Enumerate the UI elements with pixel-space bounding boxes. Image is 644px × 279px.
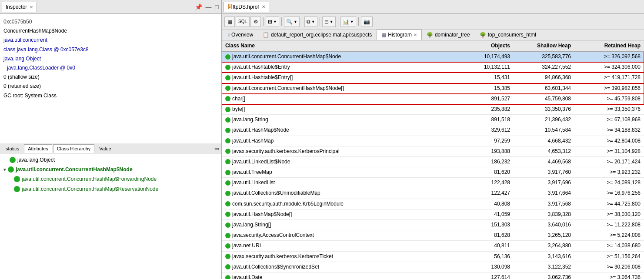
class-dot — [225, 86, 230, 91]
class-cell: byte[] — [222, 104, 453, 114]
table-row[interactable]: java.util.Collections$SynchronizedSet130… — [222, 262, 644, 272]
shallow-heap-cell: 3,265,120 — [514, 230, 574, 240]
table-row[interactable]: java.util.Hashtable$Entry10,132,111324,2… — [222, 62, 644, 73]
tab-default-report[interactable]: 📋 default_report_org.eclipse.mat.api:sus… — [258, 30, 377, 40]
toolbar-camera-btn[interactable]: 📷 — [361, 17, 373, 27]
class-name-cell: java.lang.String — [232, 116, 268, 124]
table-row[interactable]: java.util.Date127,6143,062,736>= 3,064,7… — [222, 272, 644, 279]
tab-attributes[interactable]: Attributes — [24, 144, 52, 153]
tab-histogram[interactable]: ▦ Histogram ✕ — [377, 30, 422, 40]
table-row[interactable]: java.lang.String[]151,3033,640,016>= 11,… — [222, 220, 644, 230]
objects-cell: 122,427 — [453, 188, 514, 198]
table-row[interactable]: byte[]235,88233,350,376>= 33,350,376 — [222, 104, 644, 115]
retained-heap-cell: >= 31,104,928 — [574, 146, 644, 156]
inspector-tab[interactable]: Inspector ✕ — [2, 2, 37, 12]
class-dot — [225, 138, 230, 143]
search-icon: 🔍 — [286, 19, 293, 25]
table-row[interactable]: javax.security.auth.kerberos.KerberosPri… — [222, 146, 644, 157]
tab-class-hierarchy[interactable]: Class Hierarchy — [53, 144, 95, 153]
class-name-cell: java.util.Date — [232, 273, 262, 279]
class-cell: java.util.Hashtable$Entry[] — [222, 73, 453, 83]
main-file-icon: 🗄 — [227, 4, 233, 10]
toolbar-export-dropdown[interactable]: ⊞ ▼ — [266, 17, 279, 27]
class-dot — [225, 212, 230, 217]
bottom-tabs-row: statics Attributes Class Hierarchy Value… — [0, 143, 221, 153]
main-file-close[interactable]: ✕ — [262, 4, 265, 9]
table-row[interactable]: char[]891,52745,759,808>= 45,759,808 — [222, 94, 644, 104]
class-dot — [225, 54, 230, 60]
shallow-heap-cell: 3,917,664 — [514, 188, 574, 198]
inspector-tab-close[interactable]: ✕ — [30, 5, 33, 10]
toolbar-table-dropdown[interactable]: ⊟ ▼ — [322, 17, 336, 27]
objects-cell: 15,431 — [453, 73, 514, 83]
tab-statics[interactable]: statics — [2, 144, 23, 153]
table-row[interactable]: com.sun.security.auth.module.Krb5LoginMo… — [222, 199, 644, 209]
objects-cell: 186,232 — [453, 157, 514, 167]
toolbar-sql-btn[interactable]: SQL — [236, 17, 250, 27]
objects-cell: 130,098 — [453, 262, 514, 272]
main-file-tab[interactable]: 🗄 ftpDS.hprof ✕ — [224, 2, 269, 12]
minimize-icon[interactable]: — — [205, 3, 213, 11]
class-dot — [225, 275, 230, 279]
tree-item-reservation[interactable]: java.util.concurrent.ConcurrentHashMap$R… — [2, 184, 220, 194]
table-row[interactable]: java.util.LinkedList$Node186,2324,469,56… — [222, 157, 644, 167]
tab-overview[interactable]: i Overview — [224, 30, 258, 40]
copy-icon: ⧉ — [307, 19, 310, 25]
table-row[interactable]: java.util.concurrent.ConcurrentHashMap$N… — [222, 83, 644, 94]
table-row[interactable]: java.net.URI40,8113,264,880>= 14,038,680 — [222, 241, 644, 251]
retained-heap-cell: >= 3,064,736 — [574, 272, 644, 279]
table-row[interactable]: java.util.HashMap$Node329,61210,547,584>… — [222, 125, 644, 136]
objects-cell: 15,385 — [453, 83, 514, 93]
table-icon: ⊟ — [324, 19, 329, 25]
class-dot — [225, 180, 230, 186]
toolbar-chart-dropdown[interactable]: 📊 ▼ — [340, 17, 356, 27]
class-cell: java.util.HashMap — [222, 136, 453, 146]
toolbar-search-dropdown[interactable]: 🔍 ▼ — [284, 17, 300, 27]
package-row[interactable]: java.util.concurrent — [2, 36, 220, 45]
histogram-close[interactable]: ✕ — [414, 33, 417, 37]
table-row[interactable]: java.util.concurrent.ConcurrentHashMap$N… — [222, 52, 644, 62]
maximize-icon[interactable]: □ — [214, 3, 220, 11]
class-dot — [225, 201, 230, 206]
tree-item-concurrenthashmap-node[interactable]: ▼ java.util.concurrent.ConcurrentHashMap… — [2, 165, 220, 174]
tab-dominator-tree[interactable]: 🌳 dominator_tree — [422, 30, 475, 40]
table-row[interactable]: java.util.Hashtable$Entry[]15,43194,866,… — [222, 73, 644, 83]
retained-heap-cell: >= 326,092,568 — [574, 52, 644, 62]
classloader-row[interactable]: java.lang.ClassLoader @ 0x0 — [2, 63, 220, 73]
toolbar-bar-chart-btn[interactable]: ▦ — [224, 17, 235, 27]
shallow-heap-cell: 3,264,880 — [514, 241, 574, 251]
tree-arrow-1[interactable]: ▼ — [3, 166, 7, 173]
objects-cell: 41,059 — [453, 209, 514, 219]
table-row[interactable]: javax.security.auth.kerberos.KerberosTic… — [222, 252, 644, 262]
table-row[interactable]: java.util.Collections$UnmodifiableMap122… — [222, 188, 644, 199]
table-row[interactable]: java.util.HashMap97,2594,668,432>= 42,80… — [222, 136, 644, 146]
toolbar-copy-dropdown[interactable]: ⧉ ▼ — [304, 17, 317, 27]
class-dot — [225, 65, 230, 70]
tree-item-object[interactable]: java.lang.Object — [2, 155, 220, 165]
tab-top-consumers[interactable]: 🌳 top_consumers_html — [475, 30, 541, 40]
class-cell: java.net.URI — [222, 241, 453, 251]
superclass-row[interactable]: java.lang.Object — [2, 54, 220, 63]
tab-value[interactable]: Value — [95, 144, 115, 153]
table-row[interactable]: java.util.LinkedList122,4283,917,696>= 2… — [222, 178, 644, 188]
table-row[interactable]: java.util.TreeMap81,6203,917,760>= 3,923… — [222, 167, 644, 178]
table-row[interactable]: java.lang.String891,51821,396,432>= 67,1… — [222, 115, 644, 125]
class-ref-row[interactable]: class java.lang.Class @ 0xc057e3c8 — [2, 45, 220, 54]
table-row[interactable]: java.security.AccessControlContext81,628… — [222, 230, 644, 241]
tree-dot-2 — [14, 176, 20, 182]
tree-item-forwarding[interactable]: java.util.concurrent.ConcurrentHashMap$F… — [2, 174, 220, 184]
shallow-heap-cell: 3,917,760 — [514, 167, 574, 177]
overview-icon: i — [228, 32, 230, 37]
class-cell: java.util.Collections$UnmodifiableMap — [222, 188, 453, 198]
table-row[interactable]: java.util.HashMap$Node[]41,0593,839,328>… — [222, 209, 644, 220]
class-dot — [225, 170, 230, 175]
expand-icon[interactable]: ⇒ — [214, 145, 220, 152]
class-cell: java.lang.String[] — [222, 220, 453, 230]
pin-icon[interactable]: 📌 — [194, 3, 203, 11]
retained-heap-cell: >= 20,171,424 — [574, 157, 644, 167]
toolbar-gear-btn[interactable]: ⚙ — [250, 17, 261, 27]
class-cell: java.util.LinkedList — [222, 178, 453, 188]
objects-cell: 56,136 — [453, 252, 514, 262]
objects-cell: 151,303 — [453, 220, 514, 230]
table-caret: ▼ — [330, 20, 334, 24]
